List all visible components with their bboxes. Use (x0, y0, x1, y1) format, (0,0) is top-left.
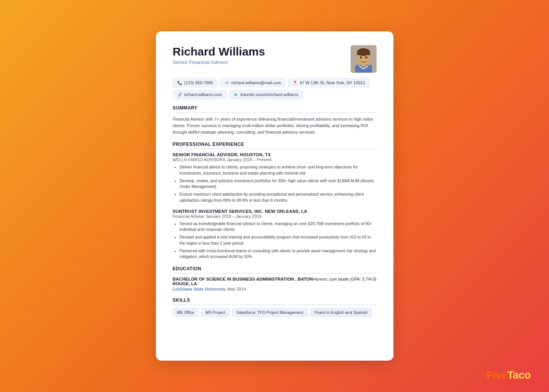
edu-honors: Honors: cum laude (GPA: 3.7/4.0) (313, 277, 377, 281)
address-text: 47 W 13th St, New York, NY 10011 (300, 80, 365, 85)
email-icon: ✉ (224, 80, 229, 85)
summary-text: Financial Advisor with 7+ years of exper… (173, 116, 377, 136)
job-2-role: Financial Advisor (173, 214, 205, 219)
website-badge: 🔗 richard.williams.com (173, 90, 226, 99)
experience-heading: PROFESSIONAL EXPERIENCE (173, 142, 377, 149)
job-2-bullets: Served as knowledgeable financial adviso… (173, 221, 377, 260)
education-section: EDUCATION BACHELOR OF SCIENCE IN BUSINES… (173, 266, 377, 291)
skill-badge: MS Office (173, 308, 199, 317)
education-row: BACHELOR OF SCIENCE IN BUSINESS ADMINIST… (173, 277, 377, 291)
phone-icon: 📞 (177, 80, 182, 85)
job-2: SUNTRUST INVESTMENT SERVICES, INC. New O… (173, 209, 377, 260)
contact-row-2: 🔗 richard.williams.com in linkedin.com/i… (173, 90, 377, 99)
experience-section: PROFESSIONAL EXPERIENCE SENIOR FINANCIAL… (173, 142, 377, 260)
list-item: Partnered with cross-functional teams in… (180, 248, 377, 260)
resume-header: Richard Williams Senior Financial Adviso… (173, 45, 377, 73)
address-badge: 📍 47 W 13th St, New York, NY 10011 (288, 78, 369, 87)
job-1-bullets: Deliver financial advice to clients, pro… (173, 164, 377, 204)
email-badge: ✉ richard.williams@mail.com (220, 78, 285, 87)
linkedin-icon: in (233, 92, 239, 97)
summary-section: SUMMARY Financial Advisor with 7+ years … (173, 105, 377, 136)
header-left: Richard Williams Senior Financial Adviso… (173, 45, 265, 65)
svg-point-7 (365, 57, 367, 59)
brand-text: Five (487, 369, 507, 381)
job-1-company: WELLS FARGO ADVISORS January 2019 – Pres… (173, 157, 377, 162)
list-item: Deliver financial advice to clients, pro… (180, 164, 377, 176)
edu-school: Louisiana State University, May 2014 (173, 287, 313, 291)
summary-heading: SUMMARY (173, 105, 377, 113)
list-item: Develop, review, and optimize investment… (180, 178, 377, 190)
candidate-title: Senior Financial Advisor (173, 59, 265, 65)
skill-badge: Salesforce, TFS Project Management (232, 308, 308, 317)
svg-point-6 (360, 57, 362, 59)
phone-badge: 📞 (123) 456-7890 (173, 78, 217, 87)
job-1: SENIOR FINANCIAL ADVISOR, Houston, TX WE… (173, 152, 377, 204)
avatar (351, 45, 377, 73)
list-item: Devised and applied a new training and a… (180, 234, 377, 247)
skills-section: SKILLS MS Office MS Project Salesforce, … (173, 297, 377, 317)
resume-card: Richard Williams Senior Financial Adviso… (156, 31, 393, 361)
website-icon: 🔗 (177, 92, 182, 97)
skills-heading: SKILLS (173, 297, 377, 305)
location-icon: 📍 (292, 80, 298, 85)
skills-row: MS Office MS Project Salesforce, TFS Pro… (173, 308, 377, 317)
job-2-title: SUNTRUST INVESTMENT SERVICES, INC. New O… (173, 209, 377, 214)
candidate-name: Richard Williams (173, 45, 265, 58)
brand-logo: FiveTaco (487, 369, 531, 381)
list-item: Ensure maximum client satisfaction by pr… (180, 191, 377, 204)
education-heading: EDUCATION (173, 266, 377, 274)
edu-degree: BACHELOR OF SCIENCE IN BUSINESS ADMINIST… (173, 277, 313, 286)
edu-left: BACHELOR OF SCIENCE IN BUSINESS ADMINIST… (173, 277, 313, 291)
contact-area: 📞 (123) 456-7890 ✉ richard.williams@mail… (173, 78, 377, 99)
job-2-company: Financial Advisor January 2018 – January… (173, 214, 377, 219)
brand-text-highlight: Taco (507, 369, 531, 381)
email-text: richard.williams@mail.com (231, 80, 281, 85)
skill-badge: Fluent in English and Spanish (310, 308, 372, 317)
svg-rect-5 (357, 51, 370, 55)
website-text: richard.williams.com (184, 92, 222, 97)
linkedin-text: linkedin.com/in/richard.williams (241, 92, 298, 97)
avatar-image (351, 45, 377, 73)
contact-row-1: 📞 (123) 456-7890 ✉ richard.williams@mail… (173, 78, 377, 87)
job-1-title: SENIOR FINANCIAL ADVISOR, Houston, TX (173, 152, 377, 157)
list-item: Served as knowledgeable financial adviso… (180, 221, 377, 233)
skill-badge: MS Project (201, 308, 229, 317)
phone-text: (123) 456-7890 (184, 80, 213, 85)
linkedin-badge: in linkedin.com/in/richard.williams (229, 90, 303, 99)
